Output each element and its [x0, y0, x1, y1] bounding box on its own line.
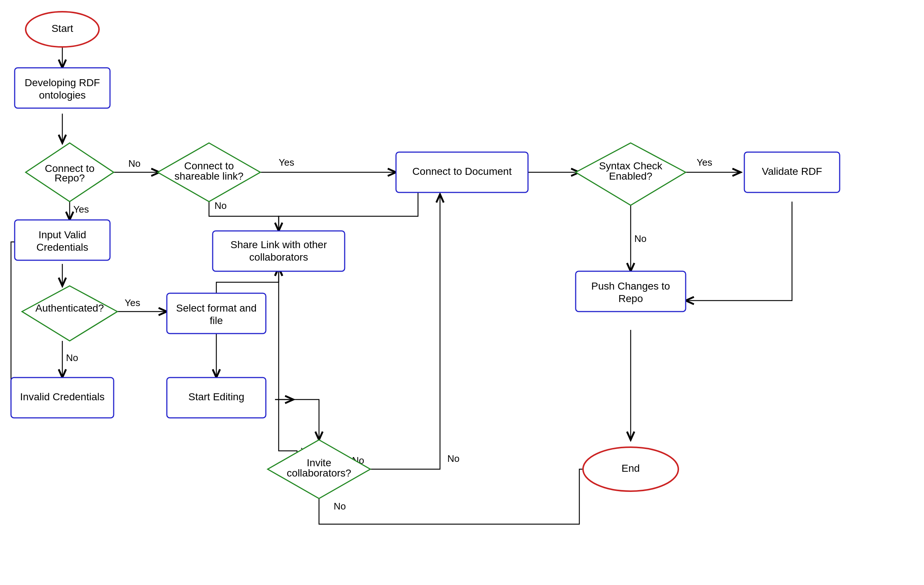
label-auth-no: No [66, 352, 78, 363]
share-link-label: Share Link with other [230, 239, 327, 250]
select-format-label: Select format and [176, 302, 256, 314]
end-label: End [622, 463, 640, 474]
syntax-check-label: Syntax Check [599, 160, 663, 171]
connect-shareable-label: Connect to [184, 160, 234, 171]
label-syntaxcheck-no: No [634, 233, 647, 244]
edge-selectformat-sharelink [216, 268, 279, 297]
label-invite-no-connectdoc: No [447, 453, 459, 464]
connect-repo-label2: Repo? [54, 172, 85, 184]
push-changes-label: Push Changes to [591, 280, 670, 292]
invite-collab-label2: collaborators? [287, 467, 351, 479]
share-link-label2: collaborators [249, 251, 308, 263]
select-format-label2: file [210, 315, 223, 326]
connect-doc-label: Connect to Document [412, 166, 512, 177]
input-creds-label: Input Valid [38, 229, 86, 241]
dev-rdf-label: Developing RDF [25, 77, 100, 88]
invite-collab-label: Invite [307, 457, 332, 468]
syntax-check-label2: Enabled? [609, 170, 652, 182]
edge-invite-yes [279, 268, 297, 469]
connect-shareable-label2: shareable link? [175, 170, 243, 182]
edge-startediting-invite2 [275, 400, 319, 440]
label-connectrepo-no: No [128, 158, 140, 169]
edge-invite-no-end [319, 469, 594, 524]
label-connectrepo-yes: Yes [73, 204, 89, 215]
start-label: Start [51, 23, 73, 34]
edge-invite-no-connectdoc [345, 194, 440, 469]
push-changes-label2: Repo [619, 293, 643, 304]
label-shareable-no: No [214, 200, 227, 211]
share-link-node [213, 231, 345, 271]
authenticated-label: Authenticated? [36, 302, 104, 314]
validate-rdf-label: Validate RDF [762, 166, 822, 177]
edge-invalidcreds-loop [11, 242, 29, 400]
label-syntaxcheck-yes: Yes [697, 157, 712, 168]
label-invite-no2: No [334, 501, 346, 512]
label-auth-yes: Yes [125, 297, 140, 308]
start-editing-label: Start Editing [188, 391, 244, 402]
invalid-creds-label: Invalid Credentials [20, 391, 104, 402]
input-creds-label2: Credentials [36, 242, 88, 253]
label-shareable-yes: Yes [279, 157, 294, 168]
dev-rdf-label2: ontologies [39, 89, 86, 101]
edge-validaterdf-pushchanges [686, 202, 792, 301]
